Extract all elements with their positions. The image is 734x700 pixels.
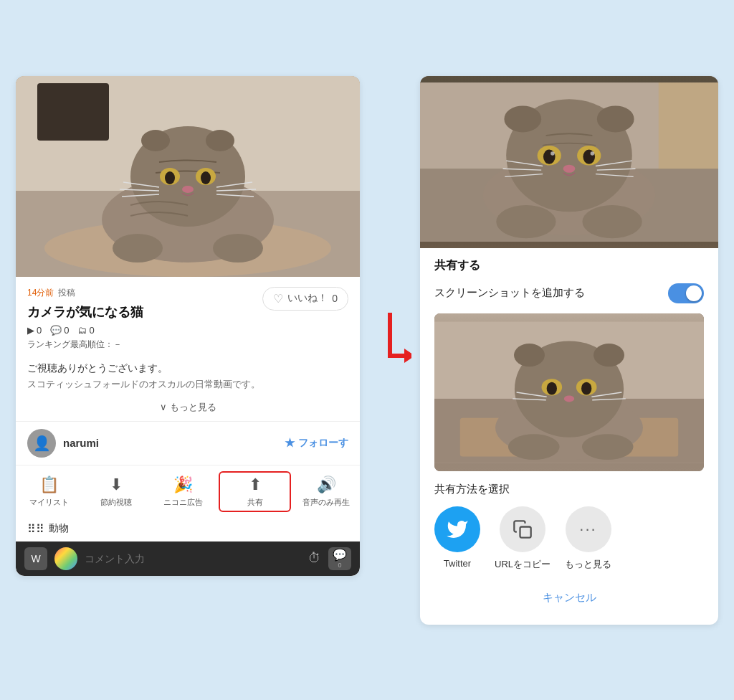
share-section: 共有する スクリーンショットを追加する [420, 248, 718, 610]
share-button[interactable]: ⬆ 共有 [219, 471, 292, 512]
arrow-wrapper [368, 76, 411, 392]
svg-point-7 [141, 130, 170, 151]
audio-icon: 🔊 [317, 476, 336, 494]
video-info: 14分前 投稿 カメラが気になる猫 ▶ 0 💬 0 [16, 277, 360, 356]
send-icon: 💬 [333, 548, 347, 562]
svg-point-52 [514, 343, 545, 366]
author-left: 👤 narumi [27, 429, 99, 458]
right-panel: 共有する スクリーンショットを追加する [420, 76, 718, 625]
video-meta-left: 14分前 投稿 カメラが気になる猫 ▶ 0 💬 0 [27, 287, 143, 356]
user-icon: 👤 [33, 435, 51, 452]
copy-url-option[interactable]: URLをコピー [495, 506, 550, 571]
heart-icon: ♡ [273, 292, 283, 306]
svg-rect-65 [520, 526, 531, 537]
star-icon: ★ [285, 436, 295, 450]
screenshot-row: スクリーンショットを追加する [434, 283, 704, 303]
screenshot-label: スクリーンショットを追加する [434, 286, 585, 300]
author-name: narumi [63, 437, 99, 449]
screenshot-toggle[interactable] [668, 283, 704, 303]
svg-point-30 [597, 105, 634, 132]
main-layout: 14分前 投稿 カメラが気になる猫 ▶ 0 💬 0 [16, 76, 718, 625]
stats-row: ▶ 0 💬 0 🗂 0 [27, 325, 143, 336]
svg-point-57 [581, 382, 591, 394]
share-method-label: 共有方法を選択 [434, 483, 704, 496]
svg-point-45 [582, 205, 642, 238]
svg-point-8 [206, 130, 234, 151]
toolbar: 📋 マイリスト ⬇ 節約視聴 🎉 ニコニ広告 ⬆ 共有 🔊 音声のみ再生 [16, 465, 360, 518]
svg-point-21 [213, 234, 263, 262]
copy-button[interactable] [500, 506, 545, 552]
download-button[interactable]: ⬇ 節約視聴 [83, 471, 151, 512]
follow-button[interactable]: ★ フォローす [285, 436, 348, 450]
tag-label: 動物 [49, 522, 69, 535]
more-button[interactable]: ∨ もっと見る [16, 397, 360, 421]
posted-time: 14分前 [27, 287, 54, 299]
download-icon: ⬇ [110, 476, 123, 494]
mylist-button[interactable]: 📋 マイリスト [16, 471, 83, 512]
twitter-option[interactable]: Twitter [434, 506, 480, 571]
svg-marker-22 [404, 349, 411, 363]
comment-send-button[interactable]: 💬 0 [328, 547, 351, 570]
mylist-icon: 📋 [39, 476, 59, 494]
svg-point-20 [113, 234, 163, 262]
posted-label: 投稿 [58, 287, 75, 299]
download-label: 節約視聴 [100, 497, 132, 508]
svg-point-13 [182, 186, 194, 193]
svg-point-58 [564, 395, 574, 402]
history-icon[interactable]: ⏱ [308, 551, 321, 566]
author-row: 👤 narumi ★ フォローす [16, 421, 360, 465]
more-label: もっと見る [170, 401, 216, 414]
comment-mode-button[interactable]: W [24, 547, 47, 570]
more-option[interactable]: ··· もっと見る [565, 506, 611, 571]
like-count: 0 [332, 293, 338, 304]
right-top-thumbnail [420, 76, 718, 248]
share-title: 共有する [434, 258, 704, 273]
copy-label: URLをコピー [495, 558, 550, 571]
comment-count: 0 [338, 562, 341, 569]
preview-image [434, 313, 704, 471]
follow-label: フォローす [298, 437, 348, 450]
palette-icon [54, 547, 77, 570]
svg-point-35 [550, 151, 555, 156]
audio-button[interactable]: 🔊 音声のみ再生 [292, 471, 360, 512]
sub-description: スコティッシュフォールドのオスカルの日常動画です。 [27, 378, 348, 391]
like-button[interactable]: ♡ いいね！ 0 [262, 287, 348, 311]
toggle-knob [686, 285, 702, 301]
left-panel: 14分前 投稿 カメラが気になる猫 ▶ 0 💬 0 [16, 76, 360, 576]
chevron-down-icon: ∨ [160, 402, 167, 412]
description: ご視聴ありがとうございます。 スコティッシュフォールドのオスカルの日常動画です。 [16, 356, 360, 397]
mylist-label: マイリスト [29, 497, 69, 508]
twitter-label: Twitter [444, 558, 471, 569]
svg-point-37 [563, 164, 576, 172]
svg-point-63 [508, 434, 560, 460]
tag-row: ⠿⠿ 動物 [16, 518, 360, 541]
audio-label: 音声のみ再生 [302, 497, 350, 508]
comment-stat: 💬 0 [50, 325, 69, 336]
share-icon: ⬆ [249, 476, 262, 494]
grid-icon: ⠿⠿ [27, 522, 44, 536]
svg-point-12 [201, 171, 211, 184]
advertise-icon: 🎉 [173, 476, 193, 494]
comment-icon: 💬 [50, 325, 62, 336]
play-icon: ▶ [27, 325, 34, 336]
svg-point-11 [165, 171, 175, 184]
advertise-label: ニコニ広告 [163, 497, 203, 508]
folder-stat: 🗂 0 [77, 325, 94, 336]
svg-point-36 [591, 151, 595, 156]
share-options: Twitter URLをコピー ··· もっと見る [434, 506, 704, 571]
video-title: カメラが気になる猫 [27, 303, 143, 321]
twitter-button[interactable] [434, 506, 480, 552]
svg-rect-2 [37, 83, 109, 141]
ranking-row: ランキング最高順位：－ [27, 339, 143, 351]
svg-point-29 [504, 105, 541, 132]
advertise-button[interactable]: 🎉 ニコニ広告 [150, 471, 217, 512]
comment-bar: W ⏱ 💬 0 [16, 541, 360, 576]
more-button[interactable]: ··· [566, 506, 611, 552]
greeting-text: ご視聴ありがとうございます。 [27, 362, 348, 375]
cancel-button[interactable]: キャンセル [434, 585, 704, 610]
comment-input[interactable] [85, 553, 301, 564]
more-label: もっと見る [565, 558, 611, 571]
like-label: いいね！ [287, 292, 328, 305]
share-label: 共有 [247, 497, 263, 508]
svg-point-44 [496, 205, 556, 238]
